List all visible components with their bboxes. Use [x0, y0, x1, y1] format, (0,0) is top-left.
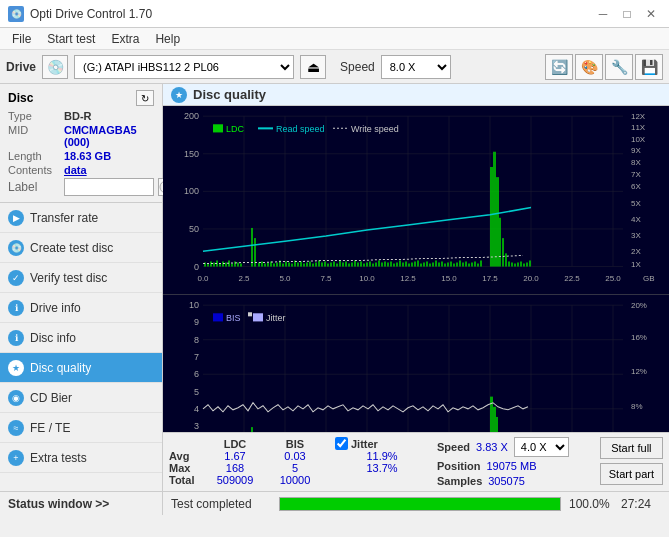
drive-icon-button[interactable]: 💿	[42, 55, 68, 79]
svg-text:2.5: 2.5	[238, 274, 250, 283]
svg-rect-111	[405, 261, 407, 266]
svg-rect-62	[258, 262, 260, 266]
svg-rect-94	[354, 260, 356, 266]
create-test-icon: 💿	[8, 240, 24, 256]
menu-start-test[interactable]: Start test	[39, 30, 103, 48]
statusbar-progress: Test completed 100.0% 27:24	[163, 492, 669, 515]
svg-text:0.0: 0.0	[197, 274, 209, 283]
svg-text:9X: 9X	[631, 146, 641, 155]
sidebar-item-transfer-rate-label: Transfer rate	[30, 211, 98, 225]
svg-text:4X: 4X	[631, 215, 641, 224]
svg-rect-81	[315, 262, 317, 266]
svg-rect-261	[493, 407, 496, 432]
sidebar-item-disc-quality[interactable]: ★ Disc quality	[0, 353, 162, 383]
menu-help[interactable]: Help	[147, 30, 188, 48]
menu-file[interactable]: File	[4, 30, 39, 48]
svg-text:10X: 10X	[631, 135, 646, 144]
avg-label: Avg	[169, 450, 205, 462]
eject-button[interactable]: ⏏	[300, 55, 326, 79]
svg-rect-120	[432, 262, 434, 266]
minimize-button[interactable]: ─	[593, 4, 613, 24]
disc-type-value: BD-R	[64, 110, 92, 122]
drive-select[interactable]: (G:) ATAPI iHBS112 2 PL06	[74, 55, 294, 79]
sidebar-item-drive-info[interactable]: ℹ Drive info	[0, 293, 162, 323]
total-label: Total	[169, 474, 205, 486]
svg-rect-100	[372, 264, 374, 267]
progress-time: 27:24	[621, 497, 661, 511]
disc-contents-label: Contents	[8, 164, 60, 176]
svg-rect-56	[231, 264, 233, 267]
svg-text:12.5: 12.5	[400, 274, 416, 283]
disc-label-input[interactable]	[64, 178, 154, 196]
svg-rect-136	[480, 260, 482, 266]
svg-rect-97	[363, 264, 365, 267]
svg-rect-84	[324, 261, 326, 266]
svg-rect-103	[381, 262, 383, 266]
svg-text:BIS: BIS	[226, 313, 240, 323]
speed-label-stat: Speed	[437, 441, 470, 453]
jitter-checkbox[interactable]	[335, 437, 348, 450]
start-part-button[interactable]: Start part	[600, 463, 663, 485]
sidebar-item-extra-tests[interactable]: + Extra tests	[0, 443, 162, 473]
svg-text:LDC: LDC	[226, 124, 244, 134]
svg-rect-89	[339, 260, 341, 266]
save-button[interactable]: 💾	[635, 54, 663, 80]
svg-text:6: 6	[194, 369, 199, 379]
ldc-max: 168	[205, 462, 265, 474]
menu-extra[interactable]: Extra	[103, 30, 147, 48]
svg-text:5: 5	[194, 387, 199, 397]
svg-rect-213	[251, 427, 253, 432]
sidebar-item-fe-te[interactable]: ≈ FE / TE	[0, 413, 162, 443]
svg-rect-93	[351, 262, 353, 266]
svg-text:200: 200	[184, 111, 199, 121]
tools-button[interactable]: 🔧	[605, 54, 633, 80]
svg-text:GB: GB	[643, 274, 655, 283]
svg-rect-127	[453, 264, 455, 267]
svg-rect-278	[248, 312, 252, 316]
disc-title: Disc	[8, 91, 33, 105]
speed-select[interactable]: 8.0 X	[381, 55, 451, 79]
speed-select-stat[interactable]: 4.0 X	[514, 437, 569, 457]
samples-label: Samples	[437, 475, 482, 487]
disc-length-value: 18.63 GB	[64, 150, 111, 162]
svg-rect-146	[517, 262, 519, 266]
svg-rect-91	[345, 261, 347, 266]
position-row: Position 19075 MB	[437, 460, 569, 472]
sidebar-item-transfer-rate[interactable]: ▶ Transfer rate	[0, 203, 162, 233]
svg-rect-82	[318, 260, 320, 266]
svg-rect-125	[447, 262, 449, 266]
sidebar-item-cd-bier[interactable]: ◉ CD Bier	[0, 383, 162, 413]
svg-rect-83	[321, 262, 323, 266]
start-full-button[interactable]: Start full	[600, 437, 663, 459]
stats-table: LDC BIS Jitter Avg 1.67 0.03 11.9%	[169, 437, 429, 486]
maximize-button[interactable]: □	[617, 4, 637, 24]
drive-info-icon: ℹ	[8, 300, 24, 316]
disc-mid-label: MID	[8, 124, 60, 148]
ldc-avg: 1.67	[205, 450, 265, 462]
disc-contents-value[interactable]: data	[64, 164, 87, 176]
verify-test-icon: ✓	[8, 270, 24, 286]
status-window-button[interactable]: Status window >>	[0, 492, 163, 515]
svg-rect-60	[251, 228, 253, 267]
svg-rect-57	[234, 261, 236, 266]
refresh-button[interactable]: 🔄	[545, 54, 573, 80]
charts-wrapper: 200 150 100 50 0 0.0 2.5 5.0 7.5 10.0 12…	[163, 106, 669, 432]
close-button[interactable]: ✕	[641, 4, 661, 24]
svg-rect-122	[438, 262, 440, 266]
sidebar-item-disc-info[interactable]: ℹ Disc info	[0, 323, 162, 353]
svg-rect-75	[297, 262, 299, 266]
bis-header: BIS	[265, 437, 325, 450]
svg-rect-124	[444, 264, 446, 267]
color-button[interactable]: 🎨	[575, 54, 603, 80]
svg-rect-53	[222, 261, 224, 266]
sidebar-item-create-test-disc[interactable]: 💿 Create test disc	[0, 233, 162, 263]
svg-rect-119	[429, 264, 431, 267]
transfer-rate-icon: ▶	[8, 210, 24, 226]
fe-te-icon: ≈	[8, 420, 24, 436]
jitter-check-cell: Jitter	[335, 437, 405, 450]
sidebar-item-disc-quality-label: Disc quality	[30, 361, 91, 375]
svg-text:Write speed: Write speed	[351, 124, 399, 134]
svg-text:7.5: 7.5	[320, 274, 332, 283]
sidebar-item-verify-test-disc[interactable]: ✓ Verify test disc	[0, 263, 162, 293]
disc-refresh-button[interactable]: ↻	[136, 90, 154, 106]
